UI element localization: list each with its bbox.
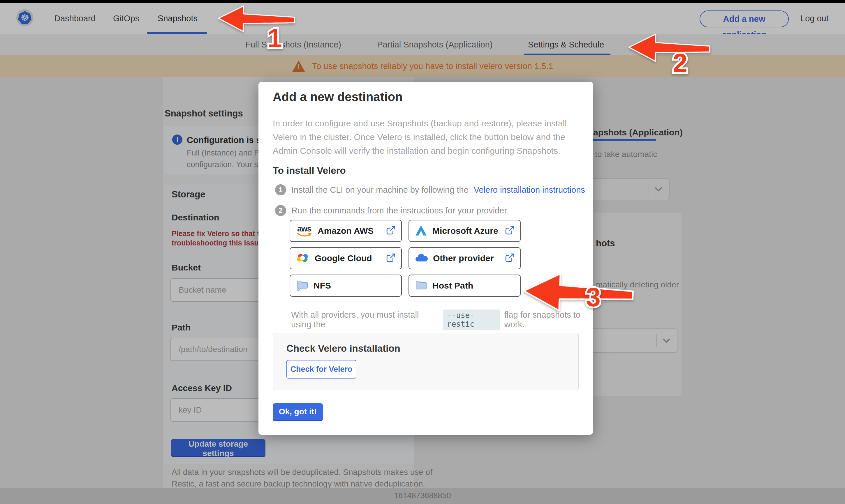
nfs-folder-icon [296, 279, 308, 292]
annotation-number-1: 1 [263, 23, 286, 52]
provider-microsoft-azure[interactable]: Microsoft Azure [408, 220, 521, 242]
host-path-folder-icon [415, 280, 427, 291]
install-step-1: 1 Install the CLI on your machine by fol… [275, 184, 585, 195]
external-link-icon [505, 253, 514, 264]
svg-text:1: 1 [267, 23, 282, 52]
velero-instructions-link[interactable]: Velero installation instructions [474, 185, 585, 195]
step-2-text: Run the commands from the instructions f… [292, 206, 507, 215]
annotation-number-3: 3 [582, 282, 605, 311]
install-velero-heading: To install Velero [273, 165, 346, 176]
azure-icon [415, 224, 427, 238]
check-for-velero-button[interactable]: Check for Velero [286, 360, 356, 379]
external-link-icon [505, 226, 514, 236]
provider-label: Amazon AWS [318, 226, 373, 236]
external-link-icon [386, 253, 395, 264]
svg-text:3: 3 [586, 283, 600, 311]
provider-amazon-aws[interactable]: aws Amazon AWS [289, 220, 402, 242]
provider-label: NFS [314, 281, 331, 291]
external-link-icon [386, 226, 395, 236]
provider-label: Google Cloud [315, 253, 372, 263]
aws-icon: aws [296, 226, 312, 237]
annotation-arrow-3 [522, 271, 635, 315]
modal-title: Add a new destination [273, 90, 403, 104]
annotation-arrow-1 [206, 4, 307, 34]
provider-host-path[interactable]: Host Path [408, 274, 521, 297]
svg-text:2: 2 [673, 49, 687, 77]
check-velero-title: Check Velero installation [286, 343, 400, 354]
cloud-icon [415, 253, 428, 264]
google-cloud-icon [296, 252, 310, 264]
annotation-number-2: 2 [668, 48, 692, 77]
modal-description-line2: Velero in the cluster. Once Velero is in… [273, 132, 565, 142]
provider-grid: aws Amazon AWS Microsoft Azure [289, 220, 521, 297]
step-1-text: Install the CLI on your machine by follo… [292, 185, 469, 195]
step-2-badge: 2 [275, 205, 286, 216]
provider-label: Microsoft Azure [433, 226, 498, 236]
ok-got-it-button[interactable]: Ok, got it! [273, 403, 323, 421]
install-step-2: 2 Run the commands from the instructions… [275, 205, 507, 216]
restic-prefix: With all providers, you must install usi… [291, 310, 439, 329]
add-destination-modal: Add a new destination In order to config… [259, 82, 593, 435]
step-1-badge: 1 [275, 184, 286, 195]
provider-other[interactable]: Other provider [408, 247, 521, 269]
provider-nfs[interactable]: NFS [289, 274, 402, 297]
modal-description-line3: Admin Console will verify the installati… [273, 146, 560, 156]
aws-wordmark: aws [297, 226, 311, 232]
provider-google-cloud[interactable]: Google Cloud [289, 247, 402, 269]
modal-description-line1: In order to configure and use Snapshots … [273, 119, 567, 128]
check-velero-card: Check Velero installation Check for Vele… [273, 333, 579, 390]
restic-note: With all providers, you must install usi… [291, 309, 593, 330]
provider-label: Other provider [433, 253, 494, 263]
restic-flag-code: --use-restic [443, 309, 500, 330]
provider-label: Host Path [433, 281, 473, 291]
kots-admin-console: ☸ Dashboard GitOps Snapshots Add a new a… [0, 0, 845, 504]
